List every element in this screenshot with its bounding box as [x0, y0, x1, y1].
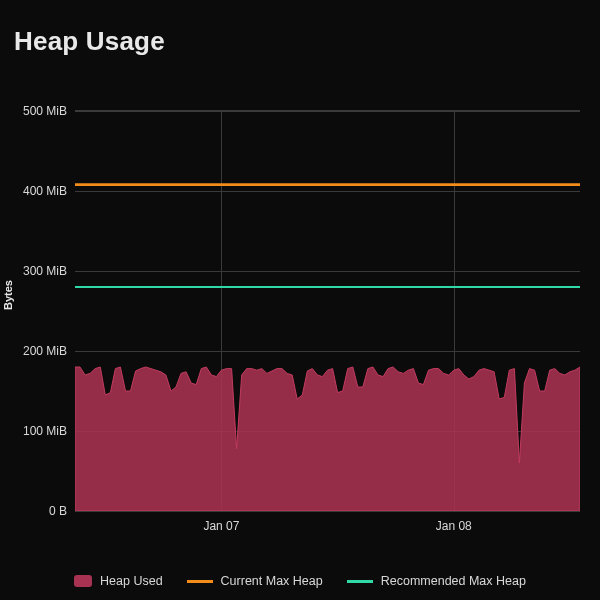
y-tick-label: 500 MiB — [23, 104, 67, 118]
swatch-current-max-icon — [187, 580, 213, 583]
y-tick-label: 400 MiB — [23, 184, 67, 198]
swatch-recommended-max-icon — [347, 580, 373, 583]
y-tick-label: 200 MiB — [23, 344, 67, 358]
heap-usage-panel: Heap Usage Bytes 0 B100 MiB200 MiB300 Mi… — [0, 0, 600, 600]
x-tick-label: Jan 08 — [436, 519, 472, 533]
chart-plot-area[interactable]: 0 B100 MiB200 MiB300 MiB400 MiB500 MiBJa… — [75, 110, 580, 511]
legend-item-recommended-max: Recommended Max Heap — [347, 574, 526, 588]
x-tick-label: Jan 07 — [203, 519, 239, 533]
legend-item-heap-used: Heap Used — [74, 574, 163, 588]
y-axis-label: Bytes — [2, 280, 14, 310]
legend-item-current-max: Current Max Heap — [187, 574, 323, 588]
gridline — [75, 511, 580, 512]
legend-label: Recommended Max Heap — [381, 574, 526, 588]
page-title: Heap Usage — [14, 26, 165, 57]
y-tick-label: 100 MiB — [23, 424, 67, 438]
chart-legend: Heap Used Current Max Heap Recommended M… — [0, 574, 600, 588]
swatch-heap-used-icon — [74, 575, 92, 587]
y-tick-label: 0 B — [49, 504, 67, 518]
legend-label: Heap Used — [100, 574, 163, 588]
series-heap-used — [75, 367, 580, 511]
legend-label: Current Max Heap — [221, 574, 323, 588]
chart-svg — [75, 111, 580, 511]
y-tick-label: 300 MiB — [23, 264, 67, 278]
